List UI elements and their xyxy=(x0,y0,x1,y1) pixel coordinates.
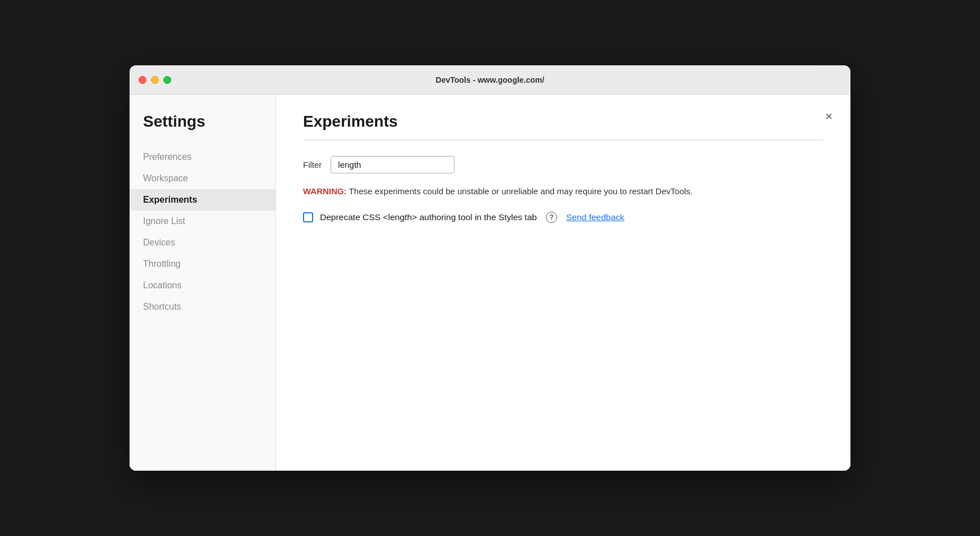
send-feedback-link[interactable]: Send feedback xyxy=(566,212,624,222)
panel-title: Experiments xyxy=(303,113,398,131)
experiment-row: Deprecate CSS <length> authoring tool in… xyxy=(303,212,823,223)
traffic-lights xyxy=(139,76,171,84)
sidebar-item-ignore-list[interactable]: Ignore List xyxy=(130,211,275,232)
panel-header: Experiments × xyxy=(303,113,823,140)
filter-row: Filter xyxy=(303,156,823,173)
sidebar-item-preferences[interactable]: Preferences xyxy=(130,146,275,168)
panel-divider xyxy=(303,140,823,140)
sidebar-item-devices[interactable]: Devices xyxy=(130,232,275,253)
sidebar-nav: Preferences Workspace Experiments Ignore… xyxy=(130,146,275,318)
sidebar-item-shortcuts[interactable]: Shortcuts xyxy=(130,296,275,318)
close-button[interactable]: × xyxy=(821,108,837,125)
main-panel: Experiments × Filter WARNING: These expe… xyxy=(276,95,850,471)
sidebar-item-throttling[interactable]: Throttling xyxy=(130,253,275,275)
devtools-window: DevTools - www.google.com/ Settings Pref… xyxy=(130,65,850,471)
experiment-label: Deprecate CSS <length> authoring tool in… xyxy=(320,212,537,222)
help-icon[interactable]: ? xyxy=(546,212,557,223)
window-title: DevTools - www.google.com/ xyxy=(436,75,545,84)
warning-label: WARNING: xyxy=(303,186,347,196)
settings-heading: Settings xyxy=(130,113,275,146)
minimize-traffic-light[interactable] xyxy=(151,76,159,84)
close-traffic-light[interactable] xyxy=(139,76,146,84)
content-area: Settings Preferences Workspace Experimen… xyxy=(130,95,850,471)
warning-text: WARNING: These experiments could be unst… xyxy=(303,185,823,198)
sidebar-item-workspace[interactable]: Workspace xyxy=(130,168,275,189)
maximize-traffic-light[interactable] xyxy=(163,76,171,84)
filter-label: Filter xyxy=(303,160,322,169)
sidebar: Settings Preferences Workspace Experimen… xyxy=(130,95,276,471)
sidebar-item-locations[interactable]: Locations xyxy=(130,275,275,296)
sidebar-item-experiments[interactable]: Experiments xyxy=(130,189,275,211)
warning-body: These experiments could be unstable or u… xyxy=(347,186,693,196)
titlebar: DevTools - www.google.com/ xyxy=(130,65,850,95)
experiment-checkbox[interactable] xyxy=(303,212,313,222)
filter-input[interactable] xyxy=(331,156,455,173)
